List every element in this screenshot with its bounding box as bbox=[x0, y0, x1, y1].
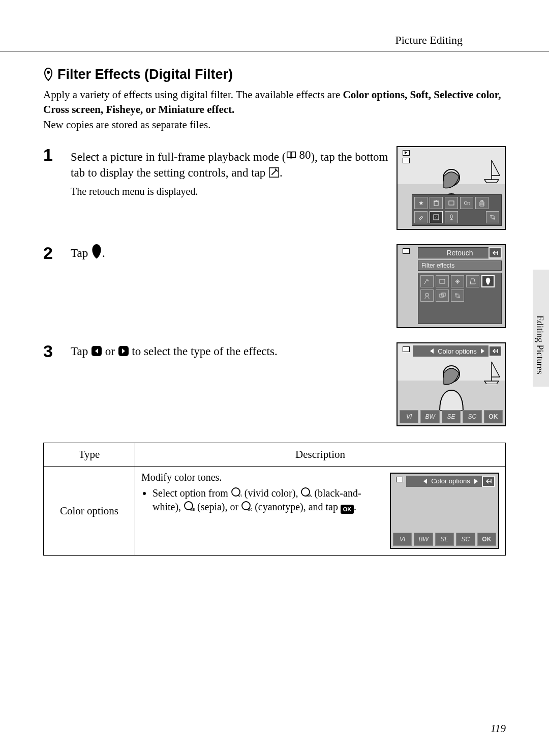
filter-icon bbox=[43, 68, 53, 81]
grid-small-icon bbox=[436, 289, 449, 302]
opt-bw-icon: BW bbox=[420, 410, 439, 423]
opt-cyan-icon: SC bbox=[456, 533, 475, 546]
step-3-number: 3 bbox=[43, 342, 63, 360]
toolbar-paint-icon bbox=[414, 211, 428, 223]
intro-paragraph: Apply a variety of effects using digital… bbox=[43, 88, 506, 132]
grid-quickretouch-icon bbox=[420, 275, 434, 287]
toolbar-print-icon bbox=[475, 197, 489, 209]
toolbar-protect-icon: Oπ bbox=[460, 197, 473, 209]
fig2-grid bbox=[418, 273, 502, 324]
step-2-head: Tap . bbox=[71, 245, 388, 261]
ok-button: OK bbox=[484, 410, 503, 423]
filter-icon bbox=[91, 246, 102, 257]
step-3-text-b: to select the type of the effects. bbox=[132, 345, 277, 358]
step-2-text-a: Tap bbox=[71, 247, 88, 259]
row1-b-sepia: (sepia), or bbox=[197, 501, 238, 512]
svg-rect-5 bbox=[440, 279, 445, 283]
opt-vivid-icon: VI bbox=[231, 487, 242, 498]
col-type-header: Type bbox=[44, 443, 135, 466]
row1-b-end: . bbox=[354, 501, 356, 512]
step-1: 1 Select a picture in full-frame playbac… bbox=[43, 146, 506, 230]
row1-figure: Color options VI BW SE SC bbox=[390, 473, 499, 549]
row1-desc: Color options VI BW SE SC bbox=[135, 466, 506, 555]
step-3-head: Tap or to select the type of the effects… bbox=[71, 343, 388, 359]
fig3-options-row: VI BW SE SC OK bbox=[400, 410, 503, 423]
opt-sepia-icon: SE bbox=[435, 533, 454, 546]
svg-point-6 bbox=[425, 293, 429, 296]
svg-text:SE: SE bbox=[190, 507, 195, 512]
svg-text:SC: SC bbox=[248, 507, 252, 512]
fig3-title: Color options bbox=[438, 347, 477, 356]
right-arrow-icon bbox=[118, 345, 129, 357]
left-arrow-icon bbox=[430, 348, 434, 354]
step-3-text-a: Tap bbox=[71, 345, 88, 358]
row1-b-vivid: (vivid color), bbox=[245, 487, 298, 499]
toolbar-voice-icon bbox=[445, 211, 458, 223]
step-2-number: 2 bbox=[43, 244, 63, 261]
row1-b-cyan: (cyanotype), and tap bbox=[255, 501, 338, 512]
back-icon bbox=[489, 345, 502, 357]
svg-text:VI: VI bbox=[238, 493, 242, 498]
row1-lead: Modify color tones. bbox=[141, 472, 222, 483]
toolbar-star-icon: ★ bbox=[414, 197, 428, 209]
step-1-page-ref: 80 bbox=[299, 147, 311, 163]
right-arrow-icon bbox=[481, 348, 484, 354]
grid-perspective-icon bbox=[466, 275, 479, 287]
table-row: Color options Color options bbox=[44, 466, 506, 555]
opt-cyan-icon: SC bbox=[241, 501, 252, 512]
opt-sepia-icon: SE bbox=[184, 501, 195, 512]
page-number: 119 bbox=[491, 721, 506, 736]
opt-bw-icon: BW bbox=[414, 533, 433, 546]
thumb-icon bbox=[396, 477, 403, 482]
svg-rect-4 bbox=[450, 215, 452, 218]
figure-step-1: ★ Oπ bbox=[396, 146, 506, 230]
figure-step-3: Color options VI BW SE SC OK bbox=[396, 342, 506, 426]
step-1-head: Select a picture in full-frame playback … bbox=[71, 147, 388, 181]
fig2-subtitle: Filter effects bbox=[418, 260, 502, 271]
step-3: 3 Tap or to select the type of the effec… bbox=[43, 342, 506, 426]
ok-button: OK bbox=[477, 533, 496, 546]
grid-stretch-icon bbox=[451, 275, 464, 287]
sailboat-icon bbox=[481, 359, 502, 384]
step-2: 2 Tap . Retouch Filter effects bbox=[43, 244, 506, 328]
svg-rect-2 bbox=[449, 201, 454, 205]
left-arrow-icon bbox=[91, 345, 102, 357]
step-3-text-mid: or bbox=[105, 345, 115, 358]
row1-type: Color options bbox=[44, 466, 135, 555]
thumb-icon bbox=[403, 346, 410, 352]
intro-text-a: Apply a variety of effects using digital… bbox=[43, 89, 340, 101]
step-1-text-end: . bbox=[280, 166, 283, 179]
opt-vivid-icon: VI bbox=[400, 410, 418, 423]
opt-sepia-icon: SE bbox=[442, 410, 461, 423]
col-desc-header: Description bbox=[135, 443, 506, 466]
step-1-text-a: Select a picture in full-frame playback … bbox=[71, 151, 286, 163]
intro-text-b: New copies are stored as separate files. bbox=[43, 119, 210, 131]
book-icon bbox=[286, 150, 297, 161]
back-icon bbox=[482, 476, 495, 487]
left-arrow-icon bbox=[423, 479, 427, 484]
opt-cyan-icon: SC bbox=[463, 410, 481, 423]
figure-step-2: Retouch Filter effects bbox=[396, 244, 506, 328]
grid-dlighting-icon bbox=[436, 275, 449, 287]
opt-vivid-icon: VI bbox=[393, 533, 412, 546]
row1-fig-title: Color options bbox=[431, 477, 470, 486]
toolbar-slideshow-icon bbox=[445, 197, 458, 209]
toolbar-cut-icon bbox=[486, 211, 499, 223]
row1-fig-options: VI BW SE SC OK bbox=[393, 533, 496, 546]
section-title-text: Filter Effects (Digital Filter) bbox=[57, 65, 233, 83]
playback-icon bbox=[403, 150, 410, 156]
svg-text:BW: BW bbox=[307, 494, 312, 498]
section-heading: Filter Effects (Digital Filter) bbox=[43, 65, 506, 83]
step-1-number: 1 bbox=[43, 146, 63, 163]
step-1-sub: The retouch menu is displayed. bbox=[71, 185, 388, 198]
toolbar-retouch-icon bbox=[430, 211, 443, 223]
opt-bw-icon: BW bbox=[300, 487, 312, 498]
running-head: Picture Editing bbox=[395, 33, 463, 48]
svg-point-0 bbox=[47, 71, 50, 74]
retouch-icon bbox=[268, 167, 280, 178]
toolbar-trash-icon bbox=[430, 197, 443, 209]
grid-crop-icon bbox=[451, 289, 464, 302]
ok-badge-icon: OK bbox=[341, 505, 354, 514]
thumb-icon bbox=[403, 158, 410, 163]
back-icon bbox=[489, 247, 502, 258]
